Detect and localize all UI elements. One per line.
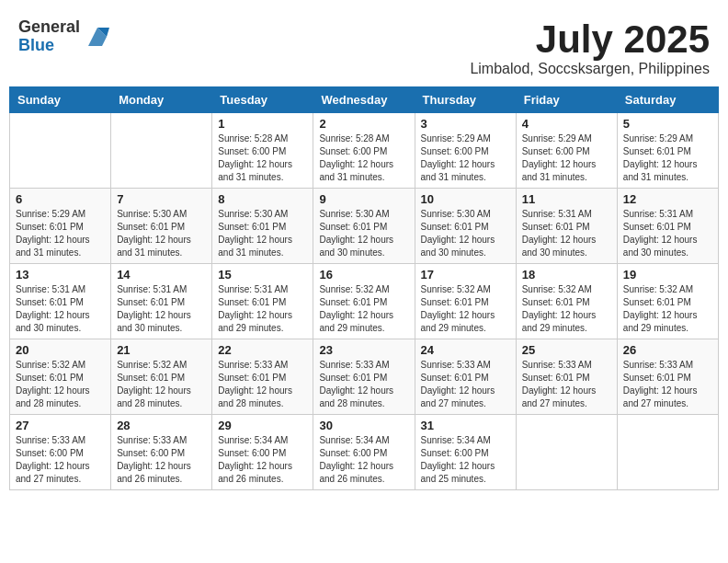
day-number: 21 [117, 343, 206, 357]
day-info: Sunrise: 5:32 AM Sunset: 6:01 PM Dayligh… [421, 283, 510, 335]
day-info: Sunrise: 5:33 AM Sunset: 6:01 PM Dayligh… [319, 359, 408, 410]
day-number: 12 [623, 192, 712, 206]
day-info: Sunrise: 5:31 AM Sunset: 6:01 PM Dayligh… [16, 283, 105, 335]
calendar-cell: 2Sunrise: 5:28 AM Sunset: 6:00 PM Daylig… [313, 113, 415, 189]
calendar-cell: 15Sunrise: 5:31 AM Sunset: 6:01 PM Dayli… [212, 264, 313, 339]
day-number: 26 [623, 343, 712, 357]
calendar-cell [516, 415, 617, 490]
day-header-tuesday: Tuesday [212, 87, 313, 113]
day-header-sunday: Sunday [10, 87, 111, 113]
calendar-cell: 23Sunrise: 5:33 AM Sunset: 6:01 PM Dayli… [313, 339, 415, 415]
calendar-week-row: 1Sunrise: 5:28 AM Sunset: 6:00 PM Daylig… [10, 113, 719, 189]
title-area: July 2025 Limbalod, Soccsksargen, Philip… [470, 18, 710, 77]
calendar-cell [111, 113, 212, 189]
day-info: Sunrise: 5:29 AM Sunset: 6:01 PM Dayligh… [16, 208, 105, 259]
day-number: 5 [623, 117, 712, 131]
logo-general-text: General [18, 18, 80, 37]
day-number: 17 [421, 268, 510, 282]
day-number: 15 [218, 268, 307, 282]
day-header-saturday: Saturday [617, 87, 718, 113]
day-number: 30 [319, 419, 408, 432]
day-info: Sunrise: 5:34 AM Sunset: 6:00 PM Dayligh… [421, 434, 510, 486]
day-info: Sunrise: 5:33 AM Sunset: 6:00 PM Dayligh… [117, 434, 206, 486]
day-number: 11 [522, 192, 611, 206]
calendar-cell: 30Sunrise: 5:34 AM Sunset: 6:00 PM Dayli… [313, 415, 415, 490]
day-number: 8 [218, 192, 307, 206]
calendar-header-row: SundayMondayTuesdayWednesdayThursdayFrid… [10, 87, 719, 113]
day-info: Sunrise: 5:32 AM Sunset: 6:01 PM Dayligh… [623, 283, 712, 335]
day-number: 2 [319, 117, 408, 131]
day-number: 7 [117, 192, 206, 206]
day-info: Sunrise: 5:31 AM Sunset: 6:01 PM Dayligh… [218, 283, 307, 335]
day-header-thursday: Thursday [415, 87, 516, 113]
calendar-cell: 5Sunrise: 5:29 AM Sunset: 6:01 PM Daylig… [617, 113, 718, 189]
day-info: Sunrise: 5:30 AM Sunset: 6:01 PM Dayligh… [117, 208, 206, 259]
month-title: July 2025 [470, 18, 710, 61]
day-number: 22 [218, 343, 307, 357]
day-number: 24 [421, 343, 510, 357]
calendar-cell: 21Sunrise: 5:32 AM Sunset: 6:01 PM Dayli… [111, 339, 212, 415]
calendar-cell: 1Sunrise: 5:28 AM Sunset: 6:00 PM Daylig… [212, 113, 313, 189]
day-info: Sunrise: 5:33 AM Sunset: 6:00 PM Dayligh… [16, 434, 105, 486]
day-info: Sunrise: 5:33 AM Sunset: 6:01 PM Dayligh… [421, 359, 510, 410]
day-info: Sunrise: 5:32 AM Sunset: 6:01 PM Dayligh… [117, 359, 206, 410]
calendar-week-row: 20Sunrise: 5:32 AM Sunset: 6:01 PM Dayli… [10, 339, 719, 415]
calendar-cell: 20Sunrise: 5:32 AM Sunset: 6:01 PM Dayli… [10, 339, 111, 415]
day-number: 6 [16, 192, 105, 206]
day-info: Sunrise: 5:33 AM Sunset: 6:01 PM Dayligh… [522, 359, 611, 410]
day-number: 9 [319, 192, 408, 206]
day-number: 14 [117, 268, 206, 282]
day-info: Sunrise: 5:32 AM Sunset: 6:01 PM Dayligh… [16, 359, 105, 410]
logo-blue-text: Blue [18, 37, 80, 55]
calendar-table: SundayMondayTuesdayWednesdayThursdayFrid… [9, 86, 719, 490]
calendar-cell: 8Sunrise: 5:30 AM Sunset: 6:01 PM Daylig… [212, 189, 313, 264]
calendar-cell: 19Sunrise: 5:32 AM Sunset: 6:01 PM Dayli… [617, 264, 718, 339]
calendar-cell: 22Sunrise: 5:33 AM Sunset: 6:01 PM Dayli… [212, 339, 313, 415]
day-info: Sunrise: 5:28 AM Sunset: 6:00 PM Dayligh… [319, 132, 408, 184]
day-info: Sunrise: 5:28 AM Sunset: 6:00 PM Dayligh… [218, 132, 307, 184]
calendar-cell [10, 113, 111, 189]
day-number: 28 [117, 419, 206, 432]
day-number: 1 [218, 117, 307, 131]
day-number: 19 [623, 268, 712, 282]
day-number: 20 [16, 343, 105, 357]
day-info: Sunrise: 5:30 AM Sunset: 6:01 PM Dayligh… [319, 208, 408, 259]
logo-icon [84, 23, 111, 51]
calendar-cell [617, 415, 718, 490]
day-info: Sunrise: 5:30 AM Sunset: 6:01 PM Dayligh… [421, 208, 510, 259]
calendar-cell: 17Sunrise: 5:32 AM Sunset: 6:01 PM Dayli… [415, 264, 516, 339]
day-info: Sunrise: 5:29 AM Sunset: 6:00 PM Dayligh… [522, 132, 611, 184]
day-number: 18 [522, 268, 611, 282]
page-header: General Blue July 2025 Limbalod, Soccsks… [9, 9, 719, 82]
day-info: Sunrise: 5:32 AM Sunset: 6:01 PM Dayligh… [522, 283, 611, 335]
calendar-cell: 11Sunrise: 5:31 AM Sunset: 6:01 PM Dayli… [516, 189, 617, 264]
day-info: Sunrise: 5:32 AM Sunset: 6:01 PM Dayligh… [319, 283, 408, 335]
calendar-cell: 13Sunrise: 5:31 AM Sunset: 6:01 PM Dayli… [10, 264, 111, 339]
calendar-cell: 14Sunrise: 5:31 AM Sunset: 6:01 PM Dayli… [111, 264, 212, 339]
day-number: 23 [319, 343, 408, 357]
day-number: 29 [218, 419, 307, 432]
day-info: Sunrise: 5:33 AM Sunset: 6:01 PM Dayligh… [218, 359, 307, 410]
day-info: Sunrise: 5:29 AM Sunset: 6:00 PM Dayligh… [421, 132, 510, 184]
calendar-cell: 26Sunrise: 5:33 AM Sunset: 6:01 PM Dayli… [617, 339, 718, 415]
day-info: Sunrise: 5:33 AM Sunset: 6:01 PM Dayligh… [623, 359, 712, 410]
day-info: Sunrise: 5:30 AM Sunset: 6:01 PM Dayligh… [218, 208, 307, 259]
day-number: 25 [522, 343, 611, 357]
day-number: 27 [16, 419, 105, 432]
day-info: Sunrise: 5:31 AM Sunset: 6:01 PM Dayligh… [623, 208, 712, 259]
day-number: 4 [522, 117, 611, 131]
day-header-monday: Monday [111, 87, 212, 113]
calendar-cell: 4Sunrise: 5:29 AM Sunset: 6:00 PM Daylig… [516, 113, 617, 189]
calendar-cell: 7Sunrise: 5:30 AM Sunset: 6:01 PM Daylig… [111, 189, 212, 264]
calendar-cell: 9Sunrise: 5:30 AM Sunset: 6:01 PM Daylig… [313, 189, 415, 264]
calendar-cell: 16Sunrise: 5:32 AM Sunset: 6:01 PM Dayli… [313, 264, 415, 339]
day-header-wednesday: Wednesday [313, 87, 415, 113]
calendar-cell: 12Sunrise: 5:31 AM Sunset: 6:01 PM Dayli… [617, 189, 718, 264]
calendar-week-row: 13Sunrise: 5:31 AM Sunset: 6:01 PM Dayli… [10, 264, 719, 339]
calendar-cell: 3Sunrise: 5:29 AM Sunset: 6:00 PM Daylig… [415, 113, 516, 189]
day-info: Sunrise: 5:29 AM Sunset: 6:01 PM Dayligh… [623, 132, 712, 184]
day-info: Sunrise: 5:34 AM Sunset: 6:00 PM Dayligh… [218, 434, 307, 486]
calendar-cell: 28Sunrise: 5:33 AM Sunset: 6:00 PM Dayli… [111, 415, 212, 490]
day-info: Sunrise: 5:31 AM Sunset: 6:01 PM Dayligh… [522, 208, 611, 259]
day-info: Sunrise: 5:34 AM Sunset: 6:00 PM Dayligh… [319, 434, 408, 486]
